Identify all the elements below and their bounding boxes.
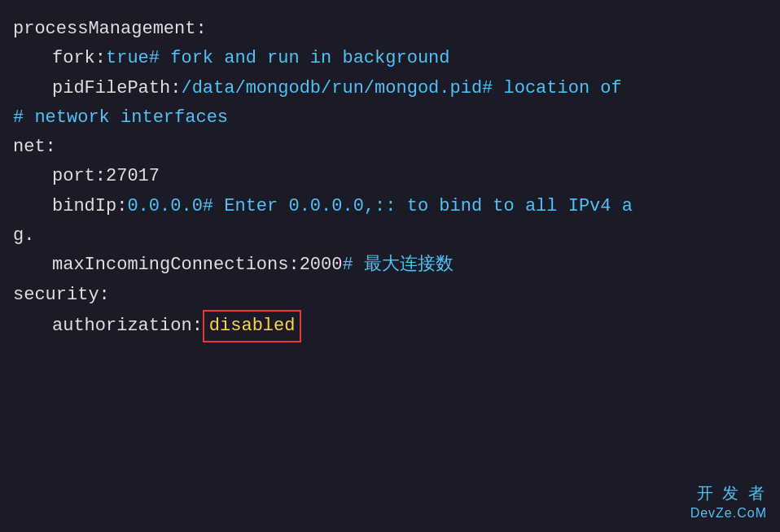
code-token: g. <box>13 221 34 251</box>
code-token: 27017 <box>106 162 160 191</box>
code-line: net: <box>13 133 767 162</box>
code-line: authorization: disabled <box>13 310 767 342</box>
code-token: port: <box>52 162 106 191</box>
code-line: security: <box>13 281 767 310</box>
code-token: # fork and run in background <box>149 44 450 73</box>
code-token: net: <box>13 133 56 162</box>
code-token: bindIp: <box>52 192 127 221</box>
highlighted-value: disabled <box>203 310 302 342</box>
code-token: maxIncomingConnections: <box>52 251 300 280</box>
code-token: security: <box>13 281 110 310</box>
code-token: processManagement: <box>13 15 207 44</box>
code-line: pidFilePath: /data/mongodb/run/mongod.pi… <box>13 74 767 103</box>
code-line: bindIp: 0.0.0.0 # Enter 0.0.0.0,:: to bi… <box>13 192 767 221</box>
code-line: processManagement: <box>13 15 767 44</box>
code-token: # Enter 0.0.0.0,:: to bind to all IPv4 a <box>203 192 633 221</box>
code-token: pidFilePath: <box>52 74 181 103</box>
code-token: fork: <box>52 44 106 73</box>
code-line: fork: true # fork and run in background <box>13 44 767 73</box>
code-container: processManagement:fork: true # fork and … <box>0 0 780 532</box>
code-block: processManagement:fork: true # fork and … <box>13 15 767 342</box>
code-token: # 最大连接数 <box>342 251 453 280</box>
code-line: port: 27017 <box>13 162 767 191</box>
code-token: 2000 <box>300 251 343 280</box>
code-token: true <box>106 44 149 73</box>
code-token: 0.0.0.0 <box>127 192 202 221</box>
code-line: g. <box>13 221 767 251</box>
watermark: 开 发 者 DevZe.CoM <box>690 482 767 522</box>
watermark-line2: DevZe.CoM <box>690 504 767 522</box>
code-token: /data/mongodb/run/mongod.pid <box>181 74 482 103</box>
watermark-line1: 开 发 者 <box>690 482 767 504</box>
code-token: authorization: <box>52 312 203 341</box>
code-token: # location of <box>482 74 622 103</box>
code-line: # network interfaces <box>13 103 767 133</box>
code-line: maxIncomingConnections: 2000 # 最大连接数 <box>13 251 767 280</box>
code-token: # network interfaces <box>13 103 228 133</box>
